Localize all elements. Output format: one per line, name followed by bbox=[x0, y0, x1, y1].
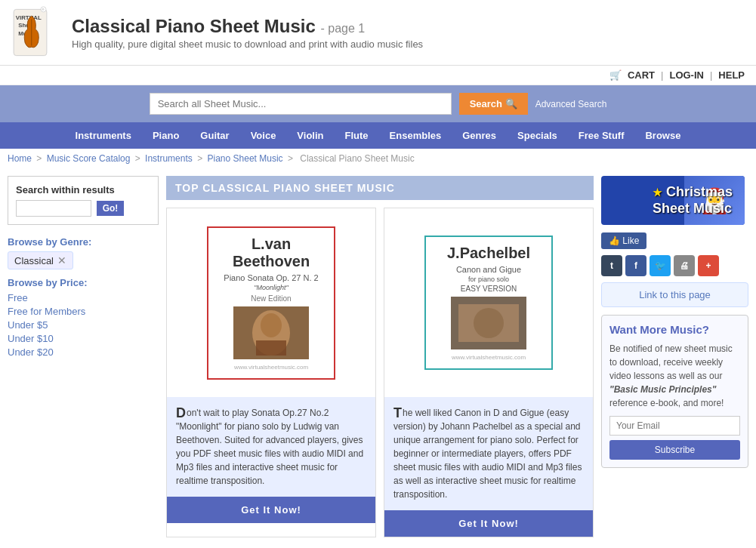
card-inner-pachelbel: J.Pachelbel Canon and Gigue for piano so… bbox=[424, 236, 553, 370]
search-input[interactable] bbox=[150, 93, 452, 115]
breadcrumb: Home > Music Score Catalog > Instruments… bbox=[0, 149, 756, 168]
social-area: 👍 Like t f 🐦 🖨 + bbox=[601, 232, 748, 276]
beethoven-thumbnail bbox=[233, 306, 309, 359]
breadcrumb-catalog[interactable]: Music Score Catalog bbox=[47, 153, 131, 164]
want-more-title: Want More Music? bbox=[609, 323, 740, 336]
breadcrumb-sep3: > bbox=[197, 153, 205, 164]
login-link[interactable]: LOG-IN bbox=[669, 69, 704, 81]
nav-free-stuff[interactable]: Free Stuff bbox=[568, 122, 635, 149]
social-buttons: t f 🐦 🖨 + bbox=[601, 255, 748, 276]
beethoven-composer: L.van Beethoven bbox=[216, 236, 326, 270]
pachelbel-first-letter: T bbox=[393, 406, 402, 420]
page-subtitle: High quality, pure digital sheet music t… bbox=[72, 38, 748, 50]
sep2: | bbox=[710, 69, 712, 81]
fb-like-label: Like bbox=[622, 236, 639, 246]
fb-like-icon: 👍 bbox=[609, 236, 620, 246]
breadcrumb-sep1: > bbox=[36, 153, 44, 164]
nav-voice[interactable]: Voice bbox=[240, 122, 287, 149]
price-under-20[interactable]: Under $20 bbox=[8, 346, 159, 358]
sep1: | bbox=[661, 69, 663, 81]
search-within-box: Search within results Go! bbox=[8, 176, 159, 225]
print-button[interactable]: 🖨 bbox=[674, 255, 695, 276]
sheet-card-beethoven: L.van Beethoven Piano Sonata Op. 27 N. 2… bbox=[166, 208, 376, 537]
title-text: Classical Piano Sheet Music bbox=[72, 16, 316, 36]
fb-like-button[interactable]: 👍 Like bbox=[601, 232, 646, 249]
price-free-members[interactable]: Free for Members bbox=[8, 306, 159, 317]
beethoven-description: Don't wait to play Sonata Op.27 No.2 "Mo… bbox=[167, 397, 375, 497]
nav-guitar[interactable]: Guitar bbox=[190, 122, 239, 149]
logo-violin-icon: VIRTUAL Sheet Music ® bbox=[8, 6, 53, 59]
facebook-button[interactable]: f bbox=[625, 255, 646, 276]
email-input[interactable] bbox=[609, 416, 740, 436]
card-image-pachelbel[interactable]: J.Pachelbel Canon and Gigue for piano so… bbox=[384, 208, 593, 397]
tumblr-button[interactable]: t bbox=[601, 255, 622, 276]
pachelbel-composer: J.Pachelbel bbox=[434, 245, 544, 262]
sheet-cards: L.van Beethoven Piano Sonata Op. 27 N. 2… bbox=[166, 208, 594, 537]
nav-violin[interactable]: Violin bbox=[286, 122, 334, 149]
pachelbel-description: The well liked Canon in D and Gigue (eas… bbox=[384, 397, 593, 510]
nav-instruments[interactable]: Instruments bbox=[65, 122, 142, 149]
center-content: TOP CLASSICAL PIANO SHEET MUSIC L.van Be… bbox=[166, 176, 594, 537]
want-more-section: Want More Music? Be notified of new shee… bbox=[601, 315, 748, 468]
google-plus-button[interactable]: + bbox=[698, 255, 719, 276]
beethoven-first-letter: D bbox=[176, 406, 186, 420]
breadcrumb-sep2: > bbox=[135, 153, 143, 164]
nav-browse[interactable]: Browse bbox=[634, 122, 691, 149]
svg-text:®: ® bbox=[42, 8, 45, 11]
browse-price-label: Browse by Price: bbox=[8, 277, 159, 288]
price-free[interactable]: Free bbox=[8, 292, 159, 303]
pachelbel-get-label: Get It Now! bbox=[458, 518, 519, 529]
beethoven-edition: New Edition bbox=[216, 294, 326, 303]
remove-genre-icon[interactable]: ✕ bbox=[57, 254, 66, 266]
advanced-search-link[interactable]: Advanced Search bbox=[535, 99, 607, 109]
search-within-input[interactable] bbox=[16, 200, 91, 217]
main-nav: Instruments Piano Guitar Voice Violin Fl… bbox=[0, 122, 756, 149]
pachelbel-thumbnail bbox=[451, 297, 526, 349]
genre-tag[interactable]: Classical ✕ bbox=[8, 251, 73, 269]
twitter-button[interactable]: 🐦 bbox=[650, 255, 671, 276]
search-button[interactable]: Search 🔍 bbox=[459, 93, 528, 115]
nav-genres[interactable]: Genres bbox=[452, 122, 507, 149]
search-within-label: Search within results bbox=[16, 184, 150, 195]
link-to-page-button[interactable]: Link to this page bbox=[601, 282, 748, 307]
browse-price-section: Browse by Price: Free Free for Members U… bbox=[8, 277, 159, 358]
cart-link[interactable]: CART bbox=[628, 69, 655, 81]
breadcrumb-home[interactable]: Home bbox=[8, 153, 32, 164]
price-under-10[interactable]: Under $10 bbox=[8, 333, 159, 344]
beethoven-watermark: www.virtualsheetmusic.com bbox=[216, 364, 326, 371]
pachelbel-get-btn[interactable]: Get It Now! bbox=[384, 510, 593, 537]
card-inner-beethoven: L.van Beethoven Piano Sonata Op. 27 N. 2… bbox=[207, 226, 335, 380]
nav-piano[interactable]: Piano bbox=[142, 122, 190, 149]
nav-flute[interactable]: Flute bbox=[335, 122, 379, 149]
christmas-banner[interactable]: 🎅 ★ ChristmasSheet Music bbox=[601, 176, 745, 225]
beethoven-subtitle: "Moonlight" bbox=[216, 284, 326, 291]
browse-genre-section: Browse by Genre: Classical ✕ bbox=[8, 236, 159, 269]
go-button[interactable]: Go! bbox=[97, 201, 125, 216]
right-sidebar: 🎅 ★ ChristmasSheet Music 👍 Like t f 🐦 bbox=[601, 176, 748, 537]
sheet-card-pachelbel: J.Pachelbel Canon and Gigue for piano so… bbox=[384, 208, 594, 537]
price-links: Free Free for Members Under $5 Under $10… bbox=[8, 292, 159, 358]
svg-point-9 bbox=[261, 313, 282, 337]
breadcrumb-piano-sheet[interactable]: Piano Sheet Music bbox=[208, 153, 283, 164]
nav-ensembles[interactable]: Ensembles bbox=[379, 122, 452, 149]
breadcrumb-instruments[interactable]: Instruments bbox=[145, 153, 193, 164]
cart-icon: 🛒 bbox=[609, 69, 622, 81]
card-image-beethoven[interactable]: L.van Beethoven Piano Sonata Op. 27 N. 2… bbox=[167, 208, 375, 397]
breadcrumb-sep4: > bbox=[288, 153, 295, 164]
christmas-title: ★ ChristmasSheet Music bbox=[646, 178, 739, 223]
beethoven-get-btn[interactable]: Get It Now! bbox=[167, 497, 375, 523]
beethoven-get-label: Get It Now! bbox=[241, 504, 301, 516]
help-link[interactable]: HELP bbox=[718, 69, 745, 81]
book-emphasis: "Basic Music Principles" bbox=[609, 384, 716, 395]
christmas-star: ★ bbox=[653, 186, 662, 199]
left-sidebar: Search within results Go! Browse by Genr… bbox=[8, 176, 159, 537]
subscribe-button[interactable]: Subscribe bbox=[609, 440, 740, 460]
pachelbel-piece: Canon and Gigue bbox=[434, 265, 544, 274]
price-under-5[interactable]: Under $5 bbox=[8, 319, 159, 331]
svg-point-13 bbox=[474, 308, 504, 338]
page-main-title: Classical Piano Sheet Music - page 1 bbox=[72, 16, 748, 37]
pachelbel-subtitle: for piano solo bbox=[434, 276, 544, 283]
section-title: TOP CLASSICAL PIANO SHEET MUSIC bbox=[166, 176, 594, 200]
page-number: - page 1 bbox=[320, 22, 365, 35]
nav-specials[interactable]: Specials bbox=[507, 122, 568, 149]
